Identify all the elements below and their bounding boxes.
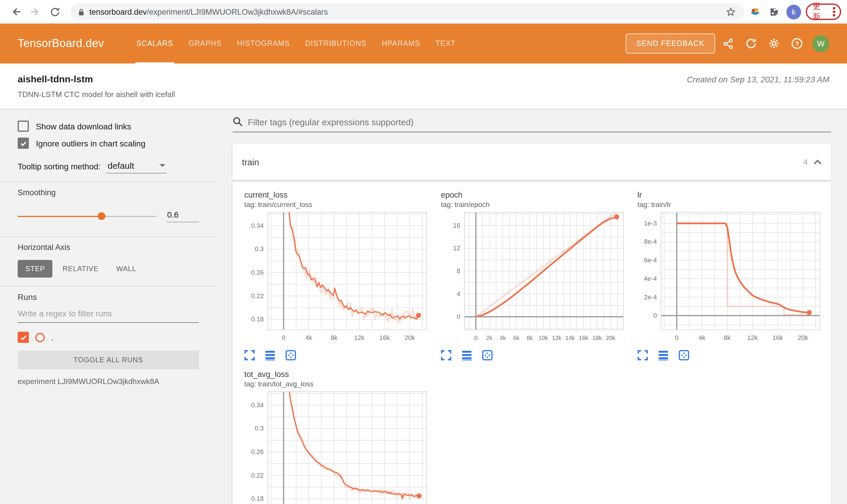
- expand-chart-icon[interactable]: [244, 350, 255, 360]
- browser-profile-avatar[interactable]: k: [786, 4, 801, 19]
- share-icon[interactable]: [718, 34, 738, 54]
- app-header: TensorBoard.dev SCALARS GRAPHS HISTOGRAM…: [0, 23, 847, 64]
- tag-group-count: 4: [803, 157, 808, 166]
- tab-histograms[interactable]: HISTOGRAMS: [229, 23, 297, 64]
- extension-bowl-icon[interactable]: [748, 4, 763, 19]
- tab-text[interactable]: TEXT: [428, 23, 464, 64]
- svg-text:8k: 8k: [330, 334, 338, 341]
- bookmark-star-icon[interactable]: [726, 7, 737, 17]
- settings-gear-icon[interactable]: [764, 34, 784, 54]
- chevron-up-icon[interactable]: [813, 159, 822, 164]
- experiment-created-date: Created on Sep 13, 2021, 11:59:23 AM: [687, 75, 829, 109]
- fit-domain-icon[interactable]: [286, 350, 296, 360]
- svg-text:0: 0: [675, 334, 678, 341]
- chart-tag: tag: train/lr: [637, 200, 824, 209]
- kebab-menu-icon: [832, 6, 836, 18]
- url-host: tensorboard.dev: [89, 7, 147, 16]
- chrome-update-menu[interactable]: 更新: [806, 3, 841, 20]
- run-checkbox[interactable]: [18, 332, 29, 343]
- smoothing-label: Smoothing: [18, 188, 199, 197]
- fit-domain-icon[interactable]: [679, 350, 689, 360]
- chevron-down-icon: [159, 164, 166, 167]
- runs-label: Runs: [18, 292, 199, 302]
- expand-chart-icon[interactable]: [637, 350, 648, 360]
- run-name: .: [51, 332, 54, 342]
- settings-sidebar: Show data download links Ignore outliers…: [0, 109, 217, 504]
- lock-icon: [78, 8, 85, 16]
- svg-text:6k: 6k: [513, 335, 520, 341]
- svg-text:0: 0: [653, 312, 657, 319]
- svg-text:1e-3: 1e-3: [644, 220, 657, 227]
- axis-step-button[interactable]: STEP: [18, 260, 53, 277]
- extensions-puzzle-icon[interactable]: [767, 4, 782, 19]
- show-download-links-checkbox[interactable]: [18, 121, 29, 132]
- svg-text:0: 0: [457, 313, 460, 320]
- svg-text:20k: 20k: [404, 334, 415, 341]
- tooltip-sorting-select[interactable]: default: [106, 161, 167, 174]
- reload-icon[interactable]: [47, 4, 63, 19]
- smoothing-slider-knob[interactable]: [98, 212, 105, 220]
- experiment-id-label: experiment LJI9MWUORLOw3jkdhxwk8A: [18, 377, 199, 386]
- filter-placeholder: Filter tags (regular expressions support…: [248, 117, 414, 127]
- svg-text:4k: 4k: [699, 334, 706, 341]
- back-icon[interactable]: [8, 4, 23, 19]
- experiment-description: TDNN-LSTM CTC model for aishell with ice…: [18, 90, 175, 98]
- chart-tile-epoch: epoch tag: train/epoch 048121602k4k6k8k1…: [436, 188, 627, 360]
- show-download-links-row[interactable]: Show data download links: [18, 121, 199, 132]
- run-row[interactable]: .: [18, 332, 199, 343]
- tooltip-sorting-label: Tooltip sorting method:: [18, 162, 101, 174]
- charts-container: current_loss tag: train/current_loss 0.1…: [232, 182, 831, 504]
- forward-icon[interactable]: [28, 4, 43, 19]
- ignore-outliers-checkbox[interactable]: [18, 138, 29, 149]
- smoothing-value[interactable]: 0.6: [166, 210, 199, 222]
- tooltip-sorting-value: default: [108, 161, 159, 170]
- svg-text:0.34: 0.34: [251, 401, 264, 409]
- filter-tags-input[interactable]: Filter tags (regular expressions support…: [232, 116, 831, 132]
- experiment-name: aishell-tdnn-lstm: [18, 74, 175, 84]
- chart-plot[interactable]: 02e-44e-46e-48e-41e-304k8k12k16k20k: [633, 210, 824, 349]
- fit-domain-icon[interactable]: [482, 350, 492, 360]
- chart-plot[interactable]: 048121602k4k6k8k10k12k14k16k18k20k: [436, 210, 627, 349]
- axis-relative-button[interactable]: RELATIVE: [55, 260, 106, 277]
- tab-graphs[interactable]: GRAPHS: [181, 23, 229, 64]
- ignore-outliers-row[interactable]: Ignore outliers in chart scaling: [18, 138, 199, 149]
- help-icon[interactable]: ?: [787, 34, 807, 54]
- svg-text:0: 0: [474, 335, 477, 341]
- svg-text:2e-4: 2e-4: [644, 293, 657, 301]
- address-bar[interactable]: tensorboard.dev/experiment/LJI9MWUORLOw3…: [71, 3, 744, 20]
- smoothing-slider[interactable]: [18, 216, 157, 217]
- log-scale-icon[interactable]: [658, 350, 669, 360]
- chart-tile-current-loss: current_loss tag: train/current_loss 0.1…: [240, 188, 430, 360]
- log-scale-icon[interactable]: [265, 350, 275, 360]
- svg-text:8: 8: [457, 267, 460, 275]
- tag-group-header[interactable]: train 4: [232, 144, 831, 180]
- svg-text:8k: 8k: [724, 334, 731, 341]
- expand-chart-icon[interactable]: [441, 350, 451, 360]
- svg-text:12: 12: [453, 244, 460, 252]
- send-feedback-button[interactable]: SEND FEEDBACK: [626, 34, 715, 54]
- scalars-dashboard: Filter tags (regular expressions support…: [217, 109, 847, 504]
- user-avatar[interactable]: W: [812, 35, 829, 52]
- chart-plot[interactable]: 0.180.220.260.30.3404k8k12k16k20k: [240, 210, 430, 349]
- toggle-all-runs-button[interactable]: TOGGLE ALL RUNS: [18, 350, 199, 369]
- svg-text:14k: 14k: [565, 335, 575, 341]
- svg-text:0.3: 0.3: [255, 425, 264, 432]
- svg-text:2k: 2k: [486, 335, 492, 341]
- tab-hparams[interactable]: HPARAMS: [374, 23, 428, 64]
- url-path: /experiment/LJI9MWUORLOw3jkdhxwk8A/#scal…: [147, 7, 328, 16]
- chart-plot[interactable]: 0.180.220.260.30.3404k8k12k16k20k: [240, 389, 430, 504]
- tab-scalars[interactable]: SCALARS: [128, 23, 181, 64]
- svg-text:0.26: 0.26: [251, 269, 264, 276]
- svg-text:4k: 4k: [306, 334, 313, 341]
- svg-text:16: 16: [453, 222, 460, 229]
- refresh-icon[interactable]: [741, 34, 761, 54]
- svg-text:0.26: 0.26: [251, 448, 264, 455]
- axis-wall-button[interactable]: WALL: [109, 260, 144, 277]
- tab-distributions[interactable]: DISTRIBUTIONS: [297, 23, 374, 64]
- svg-text:12k: 12k: [747, 334, 758, 341]
- svg-text:10k: 10k: [539, 335, 548, 341]
- svg-text:16k: 16k: [579, 335, 589, 341]
- chart-tile-lr: lr tag: train/lr 02e-44e-46e-48e-41e-304…: [633, 188, 824, 360]
- log-scale-icon[interactable]: [462, 350, 472, 360]
- runs-filter-input[interactable]: Write a regex to filter runs: [18, 309, 199, 323]
